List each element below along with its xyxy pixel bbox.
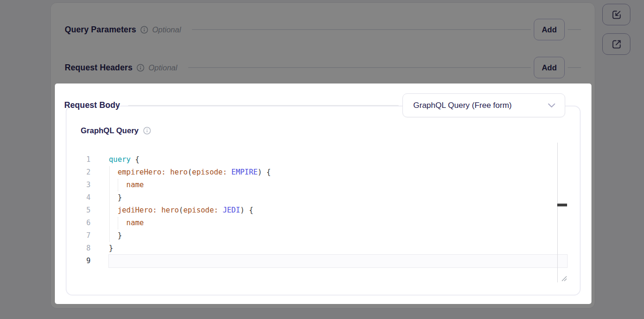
line-number: 3 bbox=[76, 179, 91, 191]
body-type-select-value: GraphQL Query (Free form) bbox=[413, 101, 548, 110]
code-lines: 1query {2 empireHero: hero(episode: EMPI… bbox=[67, 153, 580, 267]
code-text: empireHero: hero(episode: EMPIRE) { bbox=[109, 166, 271, 179]
line-number: 9 bbox=[76, 255, 91, 267]
code-text: } bbox=[109, 242, 113, 255]
line-number: 4 bbox=[76, 191, 91, 204]
code-text: } bbox=[109, 191, 122, 204]
code-text: name bbox=[109, 179, 144, 191]
graphql-query-label-row: GraphQL Query bbox=[81, 126, 151, 135]
editor-scrollbar-track[interactable] bbox=[557, 143, 558, 282]
line-number: 6 bbox=[76, 217, 91, 229]
code-line[interactable]: 7 } bbox=[67, 229, 580, 242]
indent-guide bbox=[109, 166, 110, 242]
app-root: Query Parameters Optional Add Request He… bbox=[0, 0, 644, 319]
code-line[interactable]: 4 } bbox=[67, 191, 580, 204]
line-number: 7 bbox=[76, 229, 91, 242]
code-text: query { bbox=[109, 153, 139, 166]
indent-guide bbox=[118, 217, 118, 229]
line-number: 2 bbox=[76, 166, 91, 179]
graphql-query-label: GraphQL Query bbox=[81, 126, 138, 135]
info-icon[interactable] bbox=[143, 127, 151, 135]
code-line[interactable]: 3 name bbox=[67, 179, 580, 191]
request-body-title: Request Body bbox=[64, 100, 120, 110]
code-line[interactable]: 8} bbox=[67, 242, 580, 255]
graphql-editor[interactable]: 1query {2 empireHero: hero(episode: EMPI… bbox=[67, 153, 580, 267]
code-text: name bbox=[109, 217, 144, 229]
code-line[interactable]: 1query { bbox=[67, 153, 580, 166]
code-line[interactable]: 9 bbox=[67, 255, 580, 267]
code-text bbox=[109, 255, 567, 267]
chevron-down-icon bbox=[548, 103, 555, 108]
request-body-header: Request Body GraphQL Query (Free form) bbox=[64, 93, 565, 117]
code-line[interactable]: 6 name bbox=[67, 217, 580, 229]
line-number: 1 bbox=[76, 153, 91, 166]
editor-resize-grip[interactable] bbox=[561, 275, 567, 281]
editor-scrollbar-thumb[interactable] bbox=[557, 204, 567, 206]
line-number: 8 bbox=[76, 242, 91, 255]
body-type-select[interactable]: GraphQL Query (Free form) bbox=[402, 93, 565, 117]
code-text: } bbox=[109, 229, 122, 242]
code-line[interactable]: 2 empireHero: hero(episode: EMPIRE) { bbox=[67, 166, 580, 179]
request-body-spotlight: GraphQL Query 1query {2 empireHero: hero… bbox=[55, 84, 591, 304]
indent-guide bbox=[118, 179, 118, 191]
code-text: jediHero: hero(episode: JEDI) { bbox=[109, 204, 253, 217]
line-number: 5 bbox=[76, 204, 91, 217]
section-divider bbox=[128, 105, 399, 106]
code-line[interactable]: 5 jediHero: hero(episode: JEDI) { bbox=[67, 204, 580, 217]
graphql-query-panel: GraphQL Query 1query {2 empireHero: hero… bbox=[66, 106, 581, 296]
